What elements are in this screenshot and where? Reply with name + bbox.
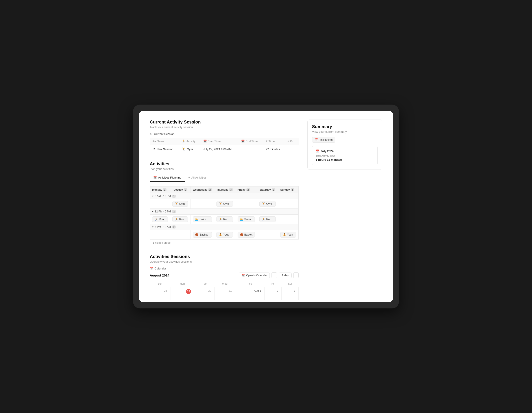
sessions-calendar-label: 📅 Calendar <box>150 267 299 270</box>
summary-subtitle: View your current summary <box>312 130 378 133</box>
current-session-subtitle: Track your current activity session <box>150 125 299 129</box>
chevron-right-icon: › <box>151 241 152 244</box>
day-header-sun: Sun <box>150 281 171 287</box>
cell-thu-afternoon: 🏃 Run <box>214 215 235 224</box>
cell-sat-morning: 🏋 Gym <box>257 199 278 209</box>
summary-panel: Summary View your current summary 📅 This… <box>307 120 382 170</box>
gym-chip-thu: 🏋 Gym <box>217 201 233 207</box>
row-start-time: July 29, 2024 9:00 AM <box>201 145 239 154</box>
cell-fri-afternoon: 🏊 Swim <box>235 215 257 224</box>
day-header-mon: Mon <box>170 281 194 287</box>
cell-sun-evening: 🧘 Yoga <box>278 230 298 240</box>
activities-tabs: 📅 Activities Planning ≡ All Activities <box>150 174 299 182</box>
cal-day-2: 2 <box>265 287 281 300</box>
time-group-row-1: 🏋 Gym 🏋 Gym <box>150 199 299 209</box>
cell-sun-morning <box>278 199 298 209</box>
cal-day-28: 28 <box>150 287 171 300</box>
cell-fri-morning <box>235 199 257 209</box>
calendar-week-row: 28 29 30 31 Aug 1 2 3 <box>150 287 299 300</box>
next-month-button[interactable]: › <box>293 272 299 278</box>
cell-wed-morning <box>190 199 214 209</box>
today-button[interactable]: Today <box>279 272 292 278</box>
cell-fri-evening: 🏀 Basket <box>235 230 257 240</box>
chevron-down-icon-2: ▾ <box>152 210 153 213</box>
tab-all-activities[interactable]: ≡ All Activities <box>185 174 210 182</box>
gym-icon: 🏋 <box>182 148 185 151</box>
sessions-section: Activities Sessions Overview your activi… <box>150 254 299 300</box>
planning-calendar: Monday 1 Tuesday 2 Wednesday 2 Thursday … <box>150 186 299 240</box>
swim-icon: 🏊 <box>240 218 243 221</box>
col-name: Aa Name <box>150 138 179 145</box>
run-chip-thu: 🏃 Run <box>217 216 233 222</box>
run-icon: 🏃 <box>155 218 158 221</box>
calendar-icon-summary: 📅 <box>315 138 318 141</box>
cell-sun-afternoon <box>278 215 298 224</box>
row-km <box>285 145 299 154</box>
cal-day-31: 31 <box>214 287 235 300</box>
basket-icon: 🏀 <box>240 233 243 236</box>
yoga-icon: 🧘 <box>283 233 286 236</box>
cell-thu-morning: 🏋 Gym <box>214 199 235 209</box>
summary-card: 📅 July 2024 Total Activity Time 1 hours … <box>312 146 378 165</box>
sessions-title: Activities Sessions <box>150 254 299 259</box>
cell-tue-afternoon: 🏃 Run <box>170 215 190 224</box>
chevron-down-icon-3: ▾ <box>152 225 153 228</box>
cal-day-3: 3 <box>281 287 298 300</box>
col-end-time: 📅 End Time <box>238 138 263 145</box>
swim-chip-fri: 🏊 Swim <box>238 216 255 222</box>
cal-day-29-today[interactable]: 29 <box>170 287 194 300</box>
time-group-row-3: 🏀 Basket 🧘 Yoga <box>150 230 299 240</box>
day-saturday: Saturday 2 <box>257 187 278 193</box>
gym-icon: 🏋 <box>262 202 265 205</box>
calendar-icon: 📅 <box>150 267 153 270</box>
day-tuesday: Tuesday 2 <box>170 187 190 193</box>
col-time: Σ Time <box>263 138 285 145</box>
calendar-icon-card: 📅 <box>316 150 319 153</box>
calendar-tab-icon: 📅 <box>153 176 157 179</box>
summary-card-label: Total Activity Time <box>316 155 374 157</box>
session-icon: ⏱ <box>152 148 155 151</box>
device-frame: Current Activity Session Track your curr… <box>133 104 399 309</box>
cell-wed-afternoon: 🏊 Swim <box>190 215 214 224</box>
calendar-month: August 2024 <box>150 273 169 277</box>
row-name: ⏱ New Session <box>150 145 179 154</box>
left-column: Current Activity Session Track your curr… <box>150 120 299 300</box>
list-tab-icon: ≡ <box>189 176 190 179</box>
day-header-wed: Wed <box>214 281 235 287</box>
activities-subtitle: Plan your activities <box>150 167 299 171</box>
summary-tag[interactable]: 📅 This Month <box>312 137 335 143</box>
swim-chip-wed: 🏊 Swim <box>193 216 212 222</box>
cal-day-30: 30 <box>194 287 215 300</box>
run-icon: 🏃 <box>262 218 265 221</box>
day-header-tue: Tue <box>194 281 215 287</box>
open-calendar-button[interactable]: 📅 Open in Calendar <box>239 272 270 278</box>
chevron-down-icon: ▾ <box>152 195 153 198</box>
hidden-group-toggle[interactable]: › 1 hidden group <box>150 240 299 246</box>
cell-tue-morning: 🏋 Gym <box>170 199 190 209</box>
time-group-row-2: 🏃 Run 🏃 Run 🏊 <box>150 215 299 224</box>
day-wednesday: Wednesday 2 <box>190 187 214 193</box>
calendar-controls: 📅 Open in Calendar ‹ Today › <box>239 272 299 278</box>
gym-chip-tue: 🏋 Gym <box>172 201 188 207</box>
run-chip-mon: 🏃 Run <box>152 216 168 222</box>
yoga-chip-thu: 🧘 Yoga <box>217 232 233 237</box>
run-icon: 🏃 <box>219 218 222 221</box>
tab-activities-planning[interactable]: 📅 Activities Planning <box>150 174 185 182</box>
time-group-header-3: ▾ 6 PM - 12 AM 2 <box>150 224 299 230</box>
yoga-icon: 🧘 <box>219 233 222 236</box>
col-activity: 🏃 Activity <box>179 138 200 145</box>
col-start-time: 📅 Start Time <box>201 138 239 145</box>
screen: Current Activity Session Track your curr… <box>139 111 393 302</box>
mini-calendar: Sun Mon Tue Wed Thu Fri Sat 28 <box>150 281 299 300</box>
day-sunday: Sunday 1 <box>278 187 298 193</box>
day-header-fri: Fri <box>265 281 281 287</box>
prev-month-button[interactable]: ‹ <box>272 272 277 278</box>
activity-table: Aa Name 🏃 Activity 📅 Start Time 📅 End Ti… <box>150 138 299 153</box>
activities-section: Activities Plan your activities 📅 Activi… <box>150 161 299 246</box>
calendar-header: August 2024 📅 Open in Calendar ‹ Today › <box>150 272 299 278</box>
yoga-chip-sun: 🧘 Yoga <box>280 232 296 237</box>
sessions-subtitle: Overview your activities sessions <box>150 260 299 263</box>
gym-icon: 🏋 <box>219 202 222 205</box>
cell-thu-evening: 🧘 Yoga <box>214 230 235 240</box>
day-monday: Monday 1 <box>150 187 170 193</box>
